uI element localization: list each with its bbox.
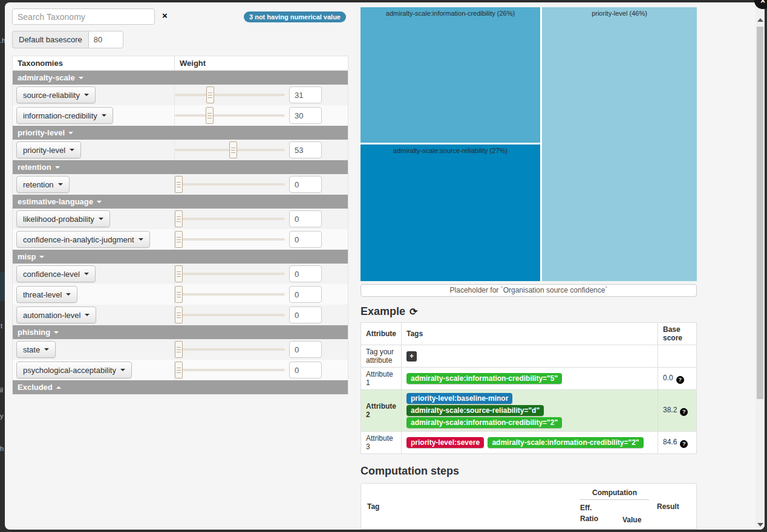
taxonomy-dropdown-automation-level[interactable]: automation-level [16, 307, 96, 323]
weight-slider[interactable] [175, 264, 285, 284]
attribute-label: Attribute 2 [361, 390, 402, 432]
taxonomy-tag[interactable]: priority-level:severe [406, 437, 484, 448]
example-header-base-score: Base score [658, 323, 697, 345]
search-taxonomy-input[interactable] [12, 8, 155, 25]
computation-row: priority-level:baseline-minor 0.46 * 25.… [361, 529, 696, 530]
taxonomy-row: psychological-acceptability [13, 360, 348, 380]
chevron-down-icon [68, 132, 73, 134]
weight-slider[interactable] [175, 105, 285, 126]
weight-input[interactable] [289, 341, 322, 358]
weight-input[interactable] [289, 231, 322, 248]
taxonomy-tag[interactable]: admiralty-scale:source-reliability="d" [406, 405, 544, 416]
group-header-misp[interactable]: misp [13, 250, 348, 264]
group-header-priority-level[interactable]: priority-level [13, 126, 348, 140]
column-header-taxonomies: Taxonomies [13, 56, 175, 70]
background-text-fragment: y [0, 412, 4, 420]
weight-input[interactable] [289, 210, 322, 227]
weight-slider[interactable] [175, 209, 285, 229]
taxonomy-row: source-reliability [13, 85, 348, 105]
taxonomy-dropdown-state[interactable]: state [16, 341, 56, 358]
taxonomy-row: threat-level [13, 284, 348, 305]
background-highlight-band [0, 272, 5, 301]
treemap-cell-source-reliability[interactable]: admiralty-scale:source-reliability (27%) [361, 144, 540, 281]
weight-input[interactable] [289, 265, 322, 282]
default-basescore-label: Default basescore [12, 31, 88, 48]
weight-slider[interactable] [175, 305, 285, 325]
weight-slider[interactable] [175, 229, 285, 250]
taxonomy-tag[interactable]: admiralty-scale:information-credibility=… [406, 417, 562, 428]
weight-slider[interactable] [175, 85, 285, 105]
weight-input[interactable] [289, 286, 322, 303]
chevron-down-icon [79, 77, 83, 79]
taxonomy-tag[interactable]: priority-level:baseline-minor [406, 393, 512, 404]
weight-slider[interactable] [175, 360, 285, 380]
taxonomy-row: priority-level [13, 140, 348, 160]
scrollbar-up-icon[interactable] [757, 18, 763, 22]
weight-slider[interactable] [175, 339, 285, 360]
background-text-fragment: il [0, 386, 3, 394]
chevron-down-icon [139, 238, 143, 241]
refresh-icon[interactable]: ⟳ [410, 307, 417, 317]
default-basescore-input[interactable] [88, 31, 123, 48]
taxonomy-row: confidence-level [13, 264, 348, 284]
weight-input[interactable] [289, 107, 322, 124]
treemap-cell-priority-level[interactable]: priority-level (46%) [542, 7, 697, 281]
chevron-down-icon [66, 293, 71, 296]
taxonomy-dropdown-information-credibility[interactable]: information-credibility [16, 107, 113, 124]
weight-input[interactable] [289, 141, 322, 158]
question-icon[interactable]: ? [676, 376, 684, 384]
taxonomy-panel: × 3 not having numerical value Default b… [12, 8, 348, 395]
clear-search-icon[interactable]: × [160, 10, 170, 21]
group-header-excluded[interactable]: Excluded [13, 380, 348, 394]
chevron-down-icon [84, 273, 89, 275]
computation-header-eff-ratio: Eff. Ratio [580, 502, 607, 524]
computation-header-value: Value [622, 516, 653, 524]
example-table: Attribute Tags Base score Tag your attri… [361, 322, 697, 454]
scrollbar-down-icon[interactable] [757, 523, 763, 527]
vertical-scrollbar[interactable] [756, 2, 765, 530]
taxonomy-dropdown-confidence-level[interactable]: confidence-level [16, 265, 96, 282]
weight-input[interactable] [289, 307, 322, 323]
group-header-retention[interactable]: retention [13, 160, 348, 174]
taxonomy-dropdown-retention[interactable]: retention [16, 176, 70, 193]
tag-your-attribute-label: Tag your attribute [361, 345, 402, 368]
background-text-fragment: t [1, 322, 2, 329]
column-header-weight: Weight [175, 56, 348, 70]
chevron-down-icon [84, 94, 89, 96]
taxonomy-dropdown-psychological-acceptability[interactable]: psychological-acceptability [16, 362, 132, 378]
computation-header-tag: Tag [361, 484, 580, 529]
decay-model-modal: × 3 not having numerical value Default b… [5, 2, 765, 530]
weight-input[interactable] [289, 362, 322, 378]
taxonomy-row: state [13, 339, 348, 360]
taxonomy-dropdown-source-reliability[interactable]: source-reliability [16, 86, 96, 103]
group-header-phishing[interactable]: phishing [13, 325, 348, 339]
taxonomy-dropdown-priority-level[interactable]: priority-level [16, 141, 81, 158]
chevron-down-icon [102, 114, 106, 117]
weight-slider[interactable] [175, 284, 285, 305]
taxonomy-dropdown-confidence-in-analytic-judgment[interactable]: confidence-in-analytic-judgment [16, 231, 150, 248]
weight-input[interactable] [289, 176, 322, 193]
question-icon[interactable]: ? [680, 440, 688, 448]
scrollbar-thumb[interactable] [757, 27, 763, 399]
taxonomy-row: confidence-in-analytic-judgment [13, 229, 348, 250]
add-tag-button[interactable]: + [406, 351, 417, 362]
weight-input[interactable] [289, 86, 322, 103]
taxonomy-tag[interactable]: admiralty-scale:information-credibility=… [406, 373, 562, 384]
taxonomy-tag[interactable]: admiralty-scale:information-credibility=… [488, 437, 643, 448]
group-header-admiralty-scale[interactable]: admiralty-scale [13, 71, 348, 85]
weight-slider[interactable] [175, 174, 285, 195]
chevron-down-icon [44, 348, 49, 351]
computation-header-computation: Computation [580, 488, 649, 500]
table-row: Tag your attribute + [361, 345, 697, 368]
weight-treemap: admiralty-scale:information-credibility … [361, 7, 697, 281]
question-icon[interactable]: ? [680, 408, 688, 416]
treemap-cell-information-credibility[interactable]: admiralty-scale:information-credibility … [361, 7, 540, 143]
chevron-down-icon [54, 331, 59, 334]
computation-steps-table: Tag Computation Eff. Ratio Value Result … [361, 483, 697, 530]
chevron-down-icon [99, 218, 103, 220]
group-header-estimative-language[interactable]: estimative-language [13, 195, 348, 209]
base-score-value: 84.6 [663, 438, 677, 446]
weight-slider[interactable] [175, 140, 285, 160]
taxonomy-dropdown-likelihood-probability[interactable]: likelihood-probability [16, 210, 110, 227]
taxonomy-dropdown-threat-level[interactable]: threat-level [16, 286, 77, 303]
